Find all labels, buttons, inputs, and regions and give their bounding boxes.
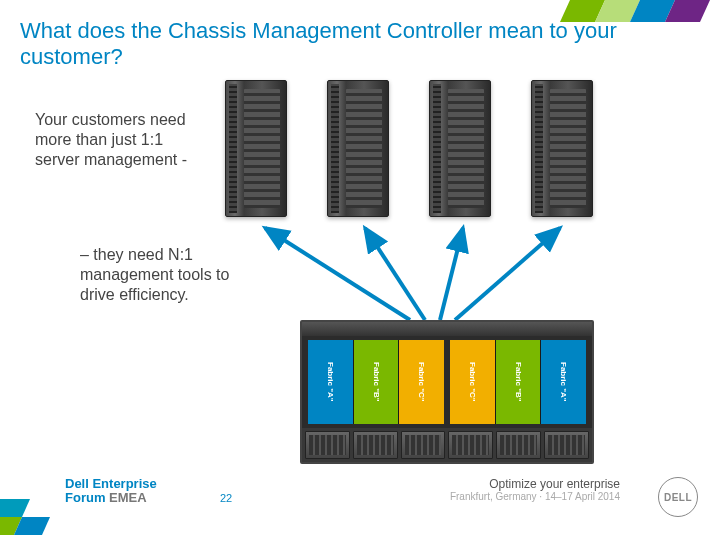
svg-line-6 xyxy=(440,228,463,320)
blade-server-icon xyxy=(429,80,491,217)
arrows-icon xyxy=(225,220,605,330)
fabric-label: Fabric "A" xyxy=(541,340,586,424)
slide: What does the Chassis Management Control… xyxy=(0,0,720,540)
blade-server-icon xyxy=(225,80,287,217)
svg-marker-8 xyxy=(0,499,30,517)
drive-bay-icon xyxy=(401,431,446,459)
footer-right: Optimize your enterprise Frankfurt, Germ… xyxy=(450,477,620,503)
footer-event-info: Frankfurt, Germany · 14–17 April 2014 xyxy=(450,491,620,503)
body-text-primary: Your customers need more than just 1:1 s… xyxy=(35,110,195,170)
chassis-bay: Fabric "C" Fabric "B" Fabric "A" xyxy=(450,340,586,424)
slide-title: What does the Chassis Management Control… xyxy=(20,18,630,71)
drive-bay-icon xyxy=(448,431,493,459)
footer-tagline: Optimize your enterprise xyxy=(450,477,620,491)
blade-server-icon xyxy=(531,80,593,217)
server-row xyxy=(225,80,593,217)
chassis-bays: Fabric "A" Fabric "B" Fabric "C" Fabric … xyxy=(302,336,592,428)
drive-bay-icon xyxy=(544,431,589,459)
chassis-top-panel xyxy=(302,322,592,336)
drive-bay-icon xyxy=(496,431,541,459)
svg-line-4 xyxy=(265,228,410,320)
chassis-icon: Fabric "A" Fabric "B" Fabric "C" Fabric … xyxy=(300,320,594,464)
page-number: 22 xyxy=(220,492,232,504)
fabric-label: Fabric "C" xyxy=(399,340,444,424)
fabric-label: Fabric "B" xyxy=(496,340,541,424)
fabric-label: Fabric "A" xyxy=(308,340,353,424)
svg-line-7 xyxy=(455,228,560,320)
chassis-drive-row xyxy=(302,428,592,462)
svg-line-5 xyxy=(365,228,425,320)
decorative-corner-bottom-left xyxy=(0,475,60,540)
fabric-label: Fabric "B" xyxy=(354,340,399,424)
blade-server-icon xyxy=(327,80,389,217)
body-text-secondary: – they need N:1 management tools to driv… xyxy=(80,245,230,305)
chassis-bay: Fabric "A" Fabric "B" Fabric "C" xyxy=(308,340,444,424)
drive-bay-icon xyxy=(305,431,350,459)
footer-brand-line1: Dell Enterprise xyxy=(65,477,157,491)
drive-bay-icon xyxy=(353,431,398,459)
dell-logo-icon: DELL xyxy=(658,477,698,517)
footer-left: Dell Enterprise Forum EMEA xyxy=(65,477,157,506)
fabric-label: Fabric "C" xyxy=(450,340,495,424)
footer-brand-line2: Forum EMEA xyxy=(65,491,157,505)
